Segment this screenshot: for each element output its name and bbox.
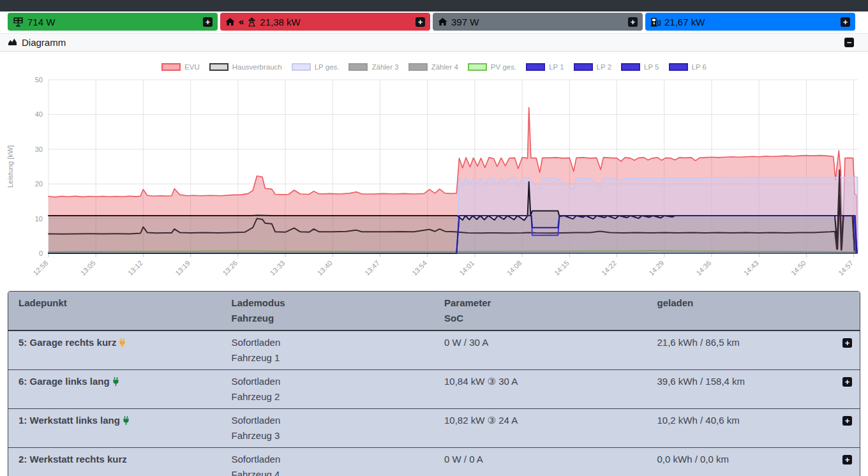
svg-text:13:54: 13:54 [410,259,428,277]
angle-double-left-icon: « [239,17,244,26]
legend-label: Zähler 3 [371,63,398,71]
svg-text:50: 50 [35,76,43,84]
svg-text:20: 20 [35,180,43,188]
svg-text:14:15: 14:15 [553,259,571,277]
svg-text:Leistung [kW]: Leistung [kW] [6,145,14,188]
power-chart-svg: 0102030405012:5813:0513:1213:1913:2613:3… [4,76,864,288]
legend-item-lp5[interactable]: LP 5 [621,63,659,71]
legend-swatch [526,63,545,71]
svg-text:13:05: 13:05 [79,259,97,277]
legend-swatch [209,63,228,71]
svg-text:10: 10 [35,215,43,223]
mode-vehicle-cell[interactable]: SofortladenFahrzeug 2 [221,370,435,408]
home-icon [225,17,235,26]
plug-icon [123,414,130,429]
mode-vehicle-cell[interactable]: SofortladenFahrzeug 3 [221,409,435,447]
header-geladen: geladen [647,292,860,330]
svg-text:14:29: 14:29 [647,259,665,277]
table-row-lp6: 6: Garage links lang SofortladenFahrzeug… [8,369,860,408]
parameter-cell: 10,84 kW ③ 30 A [434,370,647,408]
expand-plus-icon[interactable] [203,17,213,27]
legend-swatch [669,63,688,71]
diagram-card-body: EVUHausverbrauchLP ges.Zähler 3Zähler 4P… [0,52,868,288]
chargepoint-name: 6: Garage links lang [8,370,221,408]
charged-cell: 21,6 kWh / 86,5 km [647,331,860,369]
status-tile-grid-import[interactable]: « 21,38 kW [220,13,430,31]
row-expand-plus-icon[interactable] [842,377,852,387]
legend-item-lp6[interactable]: LP 6 [669,63,707,71]
legend-label: LP ges. [315,63,340,71]
table-header-row: Ladepunkt LademodusFahrzeug ParameterSoC… [8,292,860,331]
diagram-card-header[interactable]: Diagramm [0,34,868,52]
legend-label: Hausverbrauch [232,63,282,71]
mode-vehicle-cell[interactable]: SofortladenFahrzeug 1 [221,331,435,369]
svg-text:13:26: 13:26 [221,259,239,277]
header-parameter-soc: ParameterSoC [434,292,647,330]
legend-label: LP 1 [549,63,564,71]
legend-label: LP 5 [644,63,659,71]
legend-item-zaehler3[interactable]: Zähler 3 [348,63,398,71]
house-power-value: 397 W [451,17,479,27]
parameter-cell: 10,82 kW ③ 24 A [434,409,647,447]
chargepoint-name: 1: Werkstatt links lang [8,409,221,447]
svg-text:13:33: 13:33 [269,259,287,277]
diagram-card: Diagramm EVUHausverbrauchLP ges.Zähler 3… [0,33,868,288]
legend-label: EVU [184,63,200,71]
legend-swatch [408,63,428,71]
plug-icon [112,375,119,390]
parameter-cell: 0 W / 30 A [434,331,647,369]
table-row-lp1: 1: Werkstatt links lang SofortladenFahrz… [8,408,860,447]
chargepoint-name: 5: Garage rechts kurz [8,331,221,369]
svg-text:40: 40 [35,110,43,118]
expand-plus-icon[interactable] [628,17,638,27]
legend-label: LP 2 [597,63,611,71]
chargepoint-name: 2: Werkstatt rechts kurz [8,448,221,476]
row-expand-plus-icon[interactable] [842,338,852,348]
svg-text:30: 30 [35,145,43,153]
legend-item-lp1[interactable]: LP 1 [526,63,564,71]
legend-swatch [348,63,368,71]
grid-import-value: 21,38 kW [260,17,300,27]
power-pylon-icon [248,17,256,27]
svg-text:14:08: 14:08 [505,259,523,277]
svg-text:14:43: 14:43 [742,259,760,277]
legend-swatch [574,63,593,71]
legend-label: PV ges. [491,63,516,71]
expand-plus-icon[interactable] [415,17,425,27]
svg-text:14:22: 14:22 [600,259,618,277]
header-ladepunkt: Ladepunkt [8,292,221,330]
svg-text:13:19: 13:19 [174,259,191,277]
legend-item-evu[interactable]: EVU [161,63,200,71]
legend-item-lp2[interactable]: LP 2 [574,63,611,71]
svg-text:13:40: 13:40 [316,259,334,277]
charging-station-icon [650,17,661,27]
legend-item-pv-ges[interactable]: PV ges. [468,63,516,71]
svg-text:14:50: 14:50 [789,259,807,277]
pv-power-value: 714 W [27,17,55,27]
svg-text:14:36: 14:36 [694,259,712,277]
legend-swatch [621,63,640,71]
table-row-lp5: 5: Garage rechts kurz SofortladenFahrzeu… [8,331,860,369]
status-tile-house-power[interactable]: 397 W [433,13,643,31]
chart-legend: EVUHausverbrauchLP ges.Zähler 3Zähler 4P… [0,61,868,73]
status-tile-pv-power[interactable]: 714 W [8,13,218,31]
row-expand-plus-icon[interactable] [842,455,852,465]
collapse-minus-icon[interactable] [844,38,854,47]
mode-vehicle-cell[interactable]: SofortladenFahrzeug 4 [221,448,435,476]
legend-item-hausverbrauch[interactable]: Hausverbrauch [209,63,282,71]
status-tile-charging-power[interactable]: 21,67 kW [645,13,855,31]
legend-label: LP 6 [692,63,707,71]
svg-text:13:47: 13:47 [363,259,381,277]
legend-item-lp-ges[interactable]: LP ges. [292,63,340,71]
legend-item-zaehler4[interactable]: Zähler 4 [408,63,458,71]
legend-label: Zähler 4 [431,63,458,71]
header-lademodus-fahrzeug: LademodusFahrzeug [221,292,435,330]
diagram-card-title: Diagramm [22,37,66,48]
expand-plus-icon[interactable] [841,17,850,27]
status-tiles-row: 714 W « 21,38 kW 397 W 21,67 kW [0,11,868,32]
row-expand-plus-icon[interactable] [842,416,852,426]
svg-text:14:01: 14:01 [458,259,475,277]
svg-text:14:57: 14:57 [837,259,855,277]
legend-swatch [468,63,487,71]
svg-text:0: 0 [39,249,43,257]
